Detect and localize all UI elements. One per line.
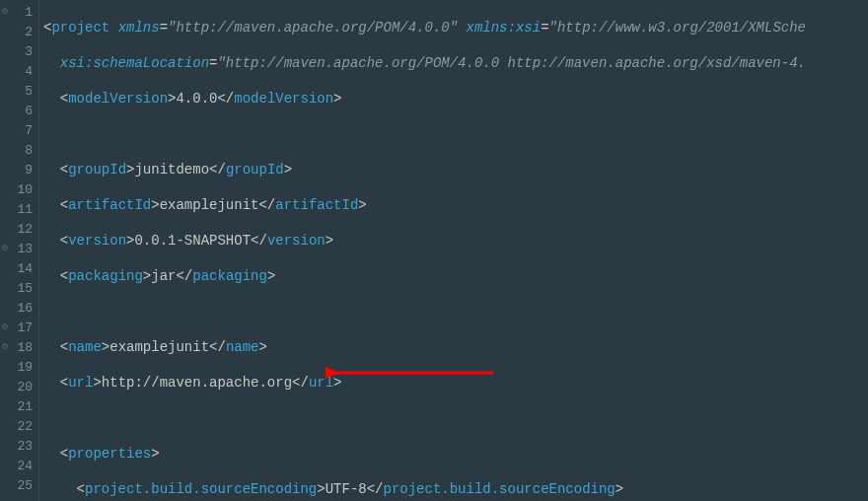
line-number: 15	[0, 278, 38, 298]
line-number: 3	[0, 41, 38, 61]
line-number: 8	[0, 140, 38, 160]
line-number: 20	[0, 377, 38, 396]
line-number: 25	[0, 475, 38, 495]
code-content[interactable]: <project xmlns="http://maven.apache.org/…	[39, 0, 868, 501]
line-number: 11	[0, 199, 38, 219]
code-line[interactable]: <properties>	[43, 444, 868, 464]
code-line[interactable]	[43, 408, 868, 428]
line-number: ⊖18	[0, 337, 38, 357]
line-number: ⊖13	[0, 239, 38, 258]
line-number: 14	[0, 258, 38, 278]
line-number: 10	[0, 179, 38, 199]
line-number-gutter: ⊖1 2 3 4 5 6 7 8 9 10 11 12 ⊖13 14 15 16…	[0, 0, 39, 501]
line-number: 16	[0, 298, 38, 318]
code-line[interactable]	[43, 302, 868, 322]
line-number: 5	[0, 81, 38, 101]
code-line[interactable]: <artifactId>examplejunit</artifactId>	[43, 195, 868, 215]
line-number: 9	[0, 160, 38, 179]
line-number: 24	[0, 456, 38, 475]
line-number: 7	[0, 120, 38, 140]
code-line[interactable]: <packaging>jar</packaging>	[43, 266, 868, 286]
code-line[interactable]: <name>examplejunit</name>	[43, 337, 868, 357]
fold-marker-icon[interactable]: ⊖	[2, 8, 10, 16]
code-line[interactable]: xsi:schemaLocation="http://maven.apache.…	[43, 53, 868, 73]
code-line[interactable]	[43, 124, 868, 144]
line-number: 4	[0, 61, 38, 81]
line-number: ⊖1	[0, 2, 38, 22]
code-line[interactable]: <project.build.sourceEncoding>UTF-8</pro…	[43, 479, 868, 499]
code-editor[interactable]: ⊖1 2 3 4 5 6 7 8 9 10 11 12 ⊖13 14 15 16…	[0, 0, 868, 501]
line-number: 19	[0, 357, 38, 377]
fold-marker-icon[interactable]: ⊖	[2, 343, 10, 351]
line-number: 21	[0, 396, 38, 416]
line-number: 22	[0, 416, 38, 436]
line-number: 23	[0, 436, 38, 456]
code-line[interactable]: <project xmlns="http://maven.apache.org/…	[43, 18, 868, 37]
fold-marker-icon[interactable]: ⊖	[2, 245, 10, 252]
code-line[interactable]: <url>http://maven.apache.org</url>	[43, 373, 868, 393]
line-number: 6	[0, 101, 38, 120]
code-line[interactable]: <modelVersion>4.0.0</modelVersion>	[43, 89, 868, 108]
line-number: 12	[0, 219, 38, 239]
line-number: 2	[0, 22, 38, 41]
line-number: ⊖17	[0, 318, 38, 337]
code-line[interactable]: <version>0.0.1-SNAPSHOT</version>	[43, 231, 868, 250]
fold-marker-icon[interactable]: ⊖	[2, 323, 10, 331]
code-line[interactable]: <groupId>junitdemo</groupId>	[43, 160, 868, 179]
